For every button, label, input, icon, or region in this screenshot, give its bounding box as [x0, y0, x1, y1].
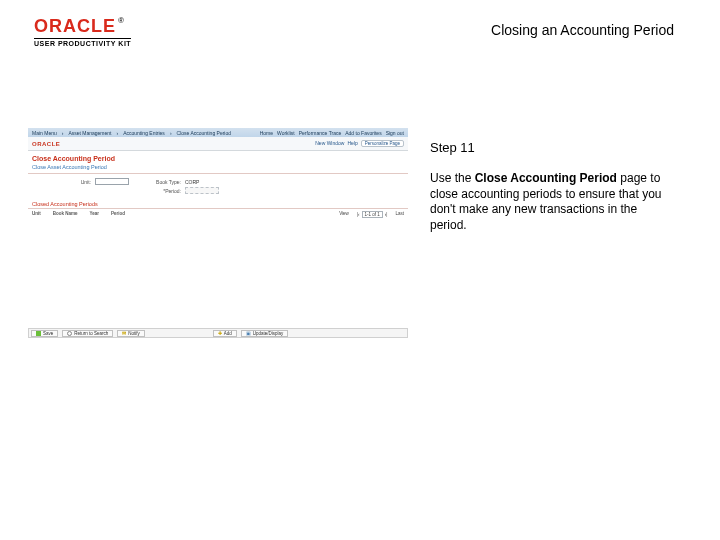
pager-text: 1-1 of 1 — [362, 211, 383, 218]
tbl-view[interactable]: View — [339, 211, 349, 218]
instruction-pre: Use the — [430, 171, 475, 185]
form-row-period: *Period: — [28, 186, 408, 195]
closed-periods-table: Unit Book Name Year Period View |‹ 1-1 o… — [28, 209, 408, 220]
brand-block: ORACLE® USER PRODUCTIVITY KIT — [34, 16, 131, 47]
nav-worklist[interactable]: Worklist — [277, 130, 295, 136]
link-new-window[interactable]: New Window — [315, 140, 344, 147]
instruction-bold: Close Accounting Period — [475, 171, 617, 185]
booktype-label: Book Type: — [133, 179, 181, 185]
pager-first-icon[interactable]: |‹ — [357, 212, 360, 217]
search-icon — [67, 331, 72, 336]
nav-addfav[interactable]: Add to Favorites — [345, 130, 381, 136]
link-help[interactable]: Help — [347, 140, 357, 147]
period-label: *Period: — [133, 188, 181, 194]
unit-label: Unit: — [36, 179, 91, 185]
th-year: Year — [90, 211, 100, 216]
trademark: ® — [118, 16, 124, 25]
footer-toolbar: Save Return to Search ✉Notify ✚Add ▣Upda… — [28, 328, 408, 338]
tbl-last[interactable]: Last — [395, 211, 404, 218]
nav-home[interactable]: Home — [260, 130, 273, 136]
notify-icon: ✉ — [122, 331, 126, 336]
personalize-button[interactable]: Personalize Page — [361, 140, 404, 147]
bc-main[interactable]: Main Menu — [32, 130, 57, 136]
secondary-bar: ORACLE New Window Help Personalize Page — [28, 137, 408, 151]
bc-1[interactable]: Asset Management — [68, 130, 111, 136]
nav-perftrace[interactable]: Performance Trace — [299, 130, 342, 136]
upk-subline: USER PRODUCTIVITY KIT — [34, 38, 131, 47]
update-button[interactable]: ▣Update/Display — [241, 330, 289, 337]
oracle-logo: ORACLE — [34, 16, 116, 37]
bc-2[interactable]: Accounting Entries — [123, 130, 165, 136]
booktype-value: CORP — [185, 179, 199, 185]
th-bookname: Book Name — [53, 211, 78, 216]
breadcrumb: Main Menu › Asset Management › Accountin… — [28, 128, 408, 137]
period-field[interactable] — [185, 187, 219, 194]
save-button[interactable]: Save — [31, 330, 58, 337]
pager[interactable]: |‹ 1-1 of 1 ›| — [357, 211, 388, 218]
page-title: Closing an Accounting Period — [491, 22, 674, 38]
bc-3[interactable]: Close Accounting Period — [177, 130, 231, 136]
add-button[interactable]: ✚Add — [213, 330, 237, 337]
closed-periods-section: Closed Accounting Periods — [28, 198, 408, 209]
return-button[interactable]: Return to Search — [62, 330, 113, 337]
form-row-unit: Unit: Book Type: CORP — [28, 177, 408, 186]
nav-signout[interactable]: Sign out — [386, 130, 404, 136]
notify-button[interactable]: ✉Notify — [117, 330, 145, 337]
th-unit: Unit — [32, 211, 41, 216]
pager-last-icon[interactable]: ›| — [385, 212, 388, 217]
unit-field[interactable] — [95, 178, 129, 185]
instruction-text: Use the Close Accounting Period page to … — [430, 171, 664, 233]
step-label: Step 11 — [430, 140, 475, 155]
save-icon — [36, 331, 41, 336]
app-screenshot: Main Menu › Asset Management › Accountin… — [28, 128, 408, 338]
screen-subheading: Close Asset Accounting Period — [28, 164, 408, 174]
screen-heading: Close Accounting Period — [28, 151, 408, 164]
add-icon: ✚ — [218, 331, 222, 336]
th-period: Period — [111, 211, 125, 216]
update-icon: ▣ — [246, 331, 251, 336]
mini-oracle-logo: ORACLE — [32, 141, 60, 147]
